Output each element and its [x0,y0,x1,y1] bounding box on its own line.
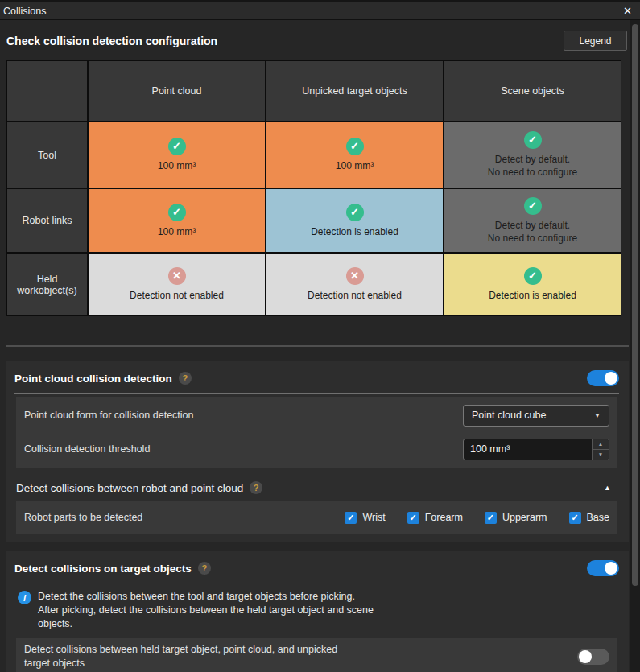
check-icon [524,267,542,285]
cell-text: 100 mm³ [158,225,196,238]
matrix-cell-robot-unpicked: Detection is enabled [266,189,443,252]
title-underline [14,583,619,583]
checkbox-checked-icon [345,512,357,524]
toggle-knob [579,650,592,663]
cell-text: 100 mm³ [336,159,374,172]
spin-down-icon[interactable] [593,450,609,460]
vertical-scrollbar[interactable] [630,20,640,672]
matrix-cell-held-unpicked: Detection not enabled [266,254,443,315]
checkbox-wrist[interactable]: Wrist [345,512,385,524]
settings-panel: Point cloud form for collision detection… [16,397,617,468]
label-line: target objects [24,657,337,670]
collision-matrix: Point cloud Unpicked target objects Scen… [6,60,621,316]
point-cloud-form-row: Point cloud form for collision detection… [16,398,617,432]
target-objects-detection-toggle[interactable] [587,560,619,576]
matrix-cell-tool-unpicked: 100 mm³ [266,122,443,188]
held-object-collision-toggle[interactable] [577,649,609,665]
info-text: Detect the collisions between the tool a… [38,590,374,631]
column-header-point-cloud: Point cloud [89,61,265,121]
checkbox-checked-icon [407,512,419,524]
row-header-held-workobjects: Held workobject(s) [7,254,87,315]
field-label: Robot parts to be detected [24,512,142,523]
help-icon[interactable]: ? [179,372,192,385]
checkbox-checked-icon [485,512,497,524]
point-cloud-collision-section: Point cloud collision detection ? Point … [6,361,629,542]
threshold-spinbox[interactable]: 100 mm³ [463,439,609,460]
field-label: Collision detection threshold [24,443,150,455]
row-header-tool: Tool [7,122,87,188]
cell-text: 100 mm³ [158,159,196,172]
check-icon [346,204,364,221]
checkbox-forearm[interactable]: Forearm [407,512,463,524]
cell-text: Detection not enabled [308,289,402,302]
check-icon [168,138,186,155]
matrix-corner-cell [7,61,87,121]
robot-parts-checkboxes: Wrist Forearm Upperarm Base [345,512,609,524]
info-note: i Detect the collisions between the tool… [18,590,617,631]
matrix-cell-tool-scene: Detect by default.No need to configure [444,122,621,188]
checkbox-base[interactable]: Base [569,512,610,524]
section-title-row: Point cloud collision detection ? [14,369,619,388]
cross-icon [168,267,186,285]
point-cloud-detection-toggle[interactable] [587,370,619,386]
close-icon[interactable]: ✕ [623,6,632,16]
column-header-unpicked-targets: Unpicked target objects [266,61,443,121]
cell-text: Detect by default.No need to configure [488,153,577,179]
window-title: Collisions [3,6,47,17]
column-header-scene-objects: Scene objects [444,61,621,121]
matrix-cell-held-scene: Detection is enabled [444,254,621,315]
field-label: Point cloud form for collision detection [24,410,194,421]
robot-pointcloud-subsection-header: Detect collisions between robot and poin… [16,477,617,498]
check-icon [346,138,364,155]
matrix-cell-robot-pointcloud: 100 mm³ [89,189,265,252]
dropdown-value: Point cloud cube [472,410,546,421]
robot-parts-panel: Robot parts to be detected Wrist Forearm… [16,501,617,534]
dialog-body: Check collision detection configuration … [6,20,629,672]
cell-text: Detection not enabled [130,289,224,302]
check-icon [168,204,186,221]
section-divider [6,345,629,347]
held-object-collision-row: Detect collisions between held target ob… [16,638,617,672]
check-icon [524,131,542,149]
matrix-cell-robot-scene: Detect by default.No need to configure [444,189,621,252]
checkbox-label: Forearm [425,512,463,523]
field-label: Detect collisions between held target ob… [24,643,337,670]
help-icon[interactable]: ? [250,481,262,494]
checkbox-label: Wrist [362,512,385,523]
checkbox-label: Upperarm [502,512,547,523]
cell-text: Detect by default.No need to configure [488,219,577,245]
threshold-row: Collision detection threshold 100 mm³ [16,432,617,466]
section-title: Point cloud collision detection [14,373,172,385]
spin-buttons [592,439,609,460]
matrix-cell-held-pointcloud: Detection not enabled [89,254,265,315]
page-header: Check collision detection configuration … [6,20,629,57]
robot-parts-row: Robot parts to be detected Wrist Forearm… [16,503,617,532]
spinbox-value[interactable]: 100 mm³ [464,439,592,460]
title-underline [14,393,619,394]
section-title: Detect collisions on target objects [14,563,192,575]
page-title: Check collision detection configuration [6,35,217,47]
spin-up-icon[interactable] [593,439,609,450]
point-cloud-form-dropdown[interactable]: Point cloud cube [463,405,609,427]
info-icon: i [18,591,31,604]
info-line: Detect the collisions between the tool a… [38,590,374,604]
collapse-icon[interactable] [604,484,611,492]
info-line: objects. [38,617,374,631]
legend-button[interactable]: Legend [564,31,627,51]
checkbox-label: Base [587,512,610,523]
cross-icon [346,267,364,285]
info-line: After picking, detect the collisions bet… [38,604,374,617]
scrollbar-thumb[interactable] [632,24,638,586]
chevron-down-icon [594,412,601,419]
check-icon [524,197,542,215]
row-header-robot-links: Robot links [7,189,87,252]
section-title-row: Detect collisions on target objects ? [14,559,619,578]
toggle-knob [605,372,617,385]
target-objects-collision-section: Detect collisions on target objects ? i … [6,551,629,672]
toggle-knob [605,562,617,575]
help-icon[interactable]: ? [198,562,211,575]
matrix-cell-tool-pointcloud: 100 mm³ [89,122,265,188]
title-bar: Collisions ✕ [0,2,640,20]
checkbox-upperarm[interactable]: Upperarm [485,512,547,524]
checkbox-checked-icon [569,512,581,524]
